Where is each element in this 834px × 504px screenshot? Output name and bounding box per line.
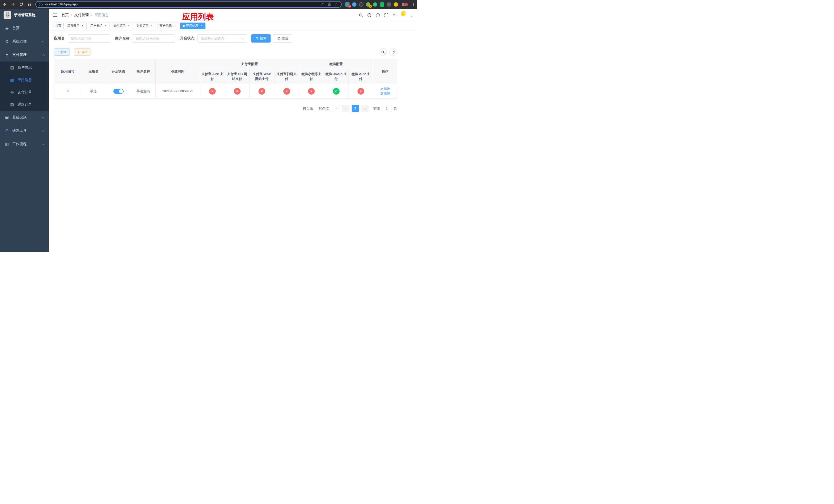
extension-face-icon[interactable] (394, 2, 398, 7)
export-button[interactable]: 导出 (74, 48, 91, 55)
app-name-label: 应用名 (54, 36, 65, 41)
tab-process-form[interactable]: 流程表单 × (65, 23, 87, 29)
font-size-icon[interactable]: TT (393, 13, 397, 18)
sidebar-item-payment[interactable]: ¥ 支付管理 (0, 48, 49, 62)
close-icon[interactable]: × (199, 24, 203, 28)
reset-button[interactable]: 重置 (273, 35, 292, 43)
sidebar-item-merchant-info[interactable]: ▤ 商户信息 (0, 62, 49, 74)
password-key-icon[interactable] (320, 2, 324, 7)
search-button-label: 搜索 (260, 36, 266, 41)
extension-chat-icon[interactable] (380, 2, 384, 7)
sidebar-item-system[interactable]: ⚙ 系统管理 (0, 35, 49, 48)
sidebar-item-label: 商户信息 (18, 65, 44, 70)
annotation-app-list: 应用列表 (182, 12, 214, 22)
sidebar-item-refund-order[interactable]: ▨ 退款订单 (0, 98, 49, 111)
add-button[interactable]: + 新增 (54, 48, 70, 55)
app-name-input[interactable] (68, 35, 110, 43)
next-page-button[interactable]: › (361, 105, 369, 112)
delete-button[interactable]: 删除 (380, 91, 390, 96)
yen-icon: ¥ (5, 53, 9, 57)
share-icon[interactable] (328, 2, 331, 7)
sidebar-item-pay-order[interactable]: ◎ 支付订单 (0, 86, 49, 98)
github-icon[interactable] (367, 13, 372, 18)
browser-forward-icon[interactable] (11, 2, 15, 7)
edit-button[interactable]: 修改 (380, 87, 390, 91)
breadcrumb-home[interactable]: 首页 (62, 13, 69, 18)
close-icon[interactable]: × (150, 24, 154, 28)
tab-user-group[interactable]: 用户分组 × (88, 23, 110, 29)
site-info-icon[interactable]: i (39, 3, 43, 6)
browser-home-icon[interactable] (27, 2, 32, 7)
status-select-placeholder: 请选择开启状态 (201, 36, 224, 41)
status-select[interactable]: 请选择开启状态 (197, 35, 246, 43)
address-bar[interactable]: i localhost:1024/pay/app ☆ (36, 1, 342, 8)
tab-refund-order[interactable]: 退款订单 × (134, 23, 156, 29)
bookmark-star-icon[interactable]: ☆ (335, 3, 338, 6)
sidebar-item-devtools[interactable]: ⊞ 研发工具 (0, 124, 49, 137)
sidebar-collapse-icon[interactable] (53, 13, 58, 17)
col-header-wx-mini: 微信小程序支付 (299, 69, 324, 84)
extension-dark-ring-icon[interactable] (359, 2, 364, 7)
sidebar-item-infra[interactable]: ▣ 基础设施 (0, 111, 49, 124)
browser-back-icon[interactable] (3, 2, 7, 7)
page-size-select[interactable]: 10条/页 (316, 105, 339, 112)
add-button-label: 新增 (60, 50, 66, 54)
tab-app-info[interactable]: 应用信息 × (180, 23, 205, 29)
tab-label: 用户分组 (90, 24, 103, 28)
tab-label: 应用信息 (186, 24, 198, 28)
refresh-table-button[interactable] (389, 48, 397, 56)
alipay-wap-status-icon: × (259, 88, 265, 95)
goto-page-input[interactable] (381, 105, 392, 112)
sidebar-item-app-info[interactable]: ▦ 应用信息 (0, 74, 49, 86)
fullscreen-icon[interactable] (384, 13, 389, 18)
tab-pay-order[interactable]: 支付订单 × (111, 23, 133, 29)
wx-mini-status-icon: × (308, 88, 315, 95)
extension-blue-icon[interactable] (352, 2, 356, 7)
toggle-search-button[interactable] (379, 48, 387, 56)
tab-label: 支付订单 (113, 24, 126, 28)
cell-merchant: 芋道源码 (131, 84, 156, 98)
search-icon[interactable] (359, 13, 363, 18)
app-logo-row[interactable]: 芋道管理系统 (0, 9, 49, 22)
extension-puzzle-dark-icon[interactable] (387, 2, 391, 7)
col-header-alipay-scan: 支付宝扫码支付 (275, 69, 299, 84)
workflow-icon: ▥ (5, 142, 9, 146)
status-toggle[interactable] (113, 89, 124, 94)
data-table: 应用编号 应用名 开启状态 商户名称 创建时间 支付宝配置 微信配置 操作 支付… (54, 59, 397, 99)
browser-update-button[interactable]: 更新 (402, 2, 408, 7)
sidebar-item-label: 系统管理 (12, 39, 39, 44)
navbar: 首页 / 支付管理 / 应用信息 应用列表 ? (49, 9, 417, 22)
alipay-pc-status-icon: × (234, 88, 241, 95)
col-header-name: 应用名 (81, 59, 106, 84)
browser-menu-icon[interactable]: ⋮ (412, 2, 414, 6)
close-icon[interactable]: × (81, 24, 84, 28)
current-page[interactable]: 1 (352, 105, 359, 112)
chevron-down-icon (242, 37, 244, 39)
prev-page-button[interactable]: ‹ (342, 105, 349, 112)
tab-home[interactable]: 首页 (53, 23, 64, 29)
help-icon[interactable]: ? (376, 13, 380, 18)
tags-view: 首页 流程表单 × 用户分组 × 支付订单 × 退款订单 × (49, 22, 417, 30)
close-icon[interactable]: × (104, 24, 107, 28)
breadcrumb-separator: / (71, 13, 72, 17)
table-row: 6 芋道 芋道源码 2021-10-23 08:49:25 × × × (54, 84, 397, 98)
search-button[interactable]: 搜索 (251, 35, 270, 43)
browser-refresh-icon[interactable] (19, 2, 24, 7)
sidebar-item-workflow[interactable]: ▥ 工作流程 (0, 137, 49, 151)
close-icon[interactable]: × (173, 24, 177, 28)
extension-profile-icon[interactable]: 1 (366, 2, 370, 7)
main-area: 首页 / 支付管理 / 应用信息 应用列表 ? (49, 9, 417, 252)
avatar[interactable] (401, 11, 409, 19)
breadcrumb-payment[interactable]: 支付管理 (74, 13, 89, 18)
extension-puzzle-icon[interactable]: 10 (345, 2, 350, 7)
tab-merchant-info[interactable]: 商户信息 × (157, 23, 179, 29)
col-header-alipay-wap: 支付宝 WAP 网站支付 (249, 69, 275, 84)
svg-text:T: T (393, 14, 395, 17)
chevron-down-icon[interactable] (411, 15, 413, 18)
close-icon[interactable]: × (127, 24, 131, 28)
merchant-name-input[interactable] (133, 35, 175, 43)
sidebar-item-home[interactable]: ◉ 首页 (0, 22, 49, 35)
extension-check-icon[interactable]: ✓ (373, 2, 377, 7)
url-text[interactable]: localhost:1024/pay/app (45, 3, 318, 6)
tab-label: 商户信息 (159, 24, 172, 28)
